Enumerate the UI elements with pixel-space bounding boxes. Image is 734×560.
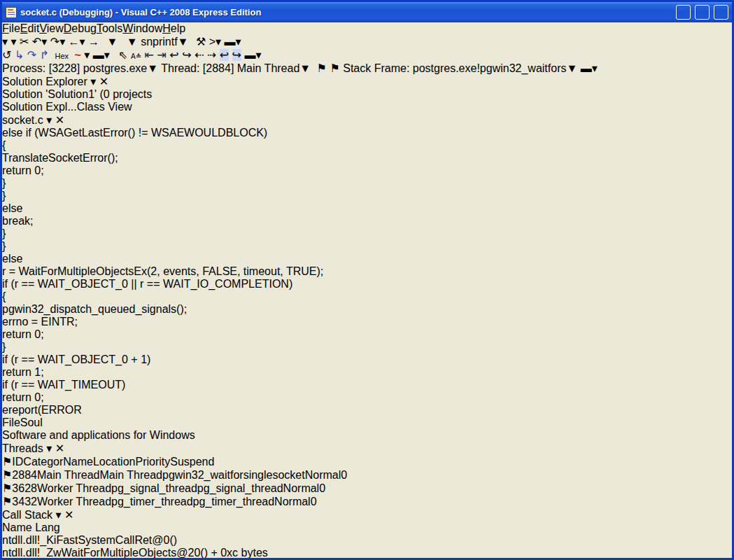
hscroll-thumb[interactable] (155, 2, 608, 558)
maximize-button[interactable] (695, 5, 710, 20)
close-button[interactable] (714, 5, 728, 20)
minimize-button[interactable] (676, 5, 691, 20)
main-area: Solution Explorer ▾ ✕ Solution 'Solution… (2, 75, 732, 442)
application-window: socket.c (Debugging) - Visual C++ 2008 E… (0, 0, 734, 560)
